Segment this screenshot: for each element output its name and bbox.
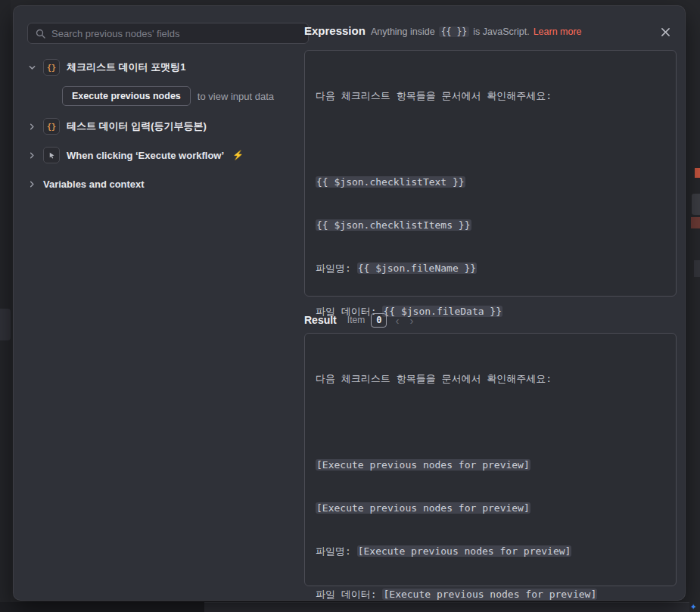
lightning-icon: ⚡ bbox=[232, 150, 244, 160]
subtitle-pre: Anything inside bbox=[371, 26, 435, 37]
search-input-wrapper[interactable] bbox=[27, 23, 309, 44]
result-chip: [Execute previous nodes for preview] bbox=[316, 459, 530, 471]
braces-code-chip: {{ }} bbox=[439, 26, 470, 37]
search-icon bbox=[36, 29, 45, 39]
expression-chip: {{ $json.checklistItems }} bbox=[316, 219, 471, 231]
search-input[interactable] bbox=[51, 28, 300, 39]
expression-editor[interactable]: 다음 체크리스트 항목들을 문서에서 확인해주세요: {{ $json.chec… bbox=[304, 50, 677, 297]
background-left-rail bbox=[0, 0, 11, 612]
tree-node-label: 테스트 데이터 입력(등기부등본) bbox=[67, 120, 207, 133]
learn-more-link[interactable]: Learn more bbox=[534, 26, 582, 37]
result-line: [Execute previous nodes for preview] bbox=[316, 458, 665, 472]
chevron-right-icon[interactable] bbox=[27, 179, 36, 188]
result-line: 다음 체크리스트 항목들을 문서에서 확인해주세요: bbox=[316, 371, 665, 386]
expression-line: 파일명: {{ $json.fileName }} bbox=[316, 261, 665, 275]
background-left-notch bbox=[0, 309, 11, 340]
chevron-down-icon[interactable] bbox=[27, 63, 36, 72]
tree-node-checklist-formatting[interactable]: {} 체크리스트 데이터 포맷팅1 bbox=[27, 57, 309, 77]
braces-icon: {} bbox=[43, 59, 60, 76]
result-chip: [Execute previous nodes for preview] bbox=[357, 545, 572, 557]
tree-node-label: When clicking ‘Execute workflow’ bbox=[67, 150, 224, 161]
item-label: Item bbox=[347, 315, 365, 325]
result-chip: [Execute previous nodes for preview] bbox=[316, 502, 530, 514]
expression-line: {{ $json.checklistText }} bbox=[316, 175, 665, 189]
close-icon[interactable] bbox=[658, 25, 672, 39]
tree-node-test-data-input[interactable]: {} 테스트 데이터 입력(등기부등본) bbox=[27, 116, 309, 136]
result-line: [Execute previous nodes for preview] bbox=[316, 501, 665, 515]
background-bottom-dark bbox=[0, 602, 204, 612]
expression-header: Expression Anything inside {{ }} is Java… bbox=[304, 24, 660, 37]
tree-node-manual-trigger[interactable]: When clicking ‘Execute workflow’ ⚡ bbox=[27, 145, 309, 165]
cursor-icon bbox=[43, 147, 60, 163]
execute-previous-nodes-row: Execute previous nodes to view input dat… bbox=[62, 86, 309, 106]
result-line: 파일 데이터: [Execute previous nodes for prev… bbox=[316, 587, 665, 601]
expression-editor-modal: {} 체크리스트 데이터 포맷팅1 Execute previous nodes… bbox=[14, 6, 685, 600]
result-blank-line bbox=[316, 415, 665, 429]
background-edge-fragment-orange bbox=[695, 168, 700, 178]
expression-blank-line bbox=[316, 132, 665, 146]
expression-subtitle: Anything inside {{ }} is JavaScript. Lea… bbox=[371, 26, 582, 37]
expression-title: Expression bbox=[304, 24, 366, 37]
expression-line: 다음 체크리스트 항목들을 문서에서 확인해주세요: bbox=[316, 89, 665, 103]
result-title: Result bbox=[304, 314, 337, 326]
subtitle-post: is JavaScript. bbox=[473, 26, 529, 37]
chevron-right-icon[interactable] bbox=[27, 151, 36, 160]
background-edge-fragment-dim bbox=[694, 260, 700, 277]
result-header: Result Item 0 ‹ › bbox=[304, 312, 415, 328]
background-edge-fragment-gray bbox=[692, 194, 700, 215]
previous-item-icon[interactable]: ‹ bbox=[393, 315, 401, 326]
chevron-right-icon[interactable] bbox=[27, 122, 36, 131]
tree-node-label: Variables and context bbox=[43, 179, 145, 190]
sparkle-icon: ✦ bbox=[690, 602, 697, 612]
expression-chip: {{ $json.checklistText }} bbox=[316, 176, 465, 188]
node-tree: {} 체크리스트 데이터 포맷팅1 Execute previous nodes… bbox=[27, 57, 309, 194]
result-chip: [Execute previous nodes for preview] bbox=[382, 589, 597, 600]
input-data-panel: {} 체크리스트 데이터 포맷팅1 Execute previous nodes… bbox=[27, 23, 309, 203]
next-item-icon[interactable]: › bbox=[407, 315, 415, 326]
result-preview: 다음 체크리스트 항목들을 문서에서 확인해주세요: [Execute prev… bbox=[304, 333, 677, 586]
expression-line: {{ $json.checklistItems }} bbox=[316, 218, 665, 232]
tree-node-label: 체크리스트 데이터 포맷팅1 bbox=[67, 61, 185, 74]
tree-node-variables-context[interactable]: Variables and context bbox=[27, 174, 309, 194]
background-edge-fragment-maroon bbox=[691, 217, 700, 228]
result-line: 파일명: [Execute previous nodes for preview… bbox=[316, 544, 665, 558]
item-index-input[interactable]: 0 bbox=[371, 313, 387, 328]
execute-previous-nodes-button[interactable]: Execute previous nodes bbox=[62, 86, 191, 106]
execute-hint-text: to view input data bbox=[198, 91, 274, 102]
expression-chip: {{ $json.fileName }} bbox=[357, 263, 478, 274]
braces-icon: {} bbox=[43, 118, 60, 135]
